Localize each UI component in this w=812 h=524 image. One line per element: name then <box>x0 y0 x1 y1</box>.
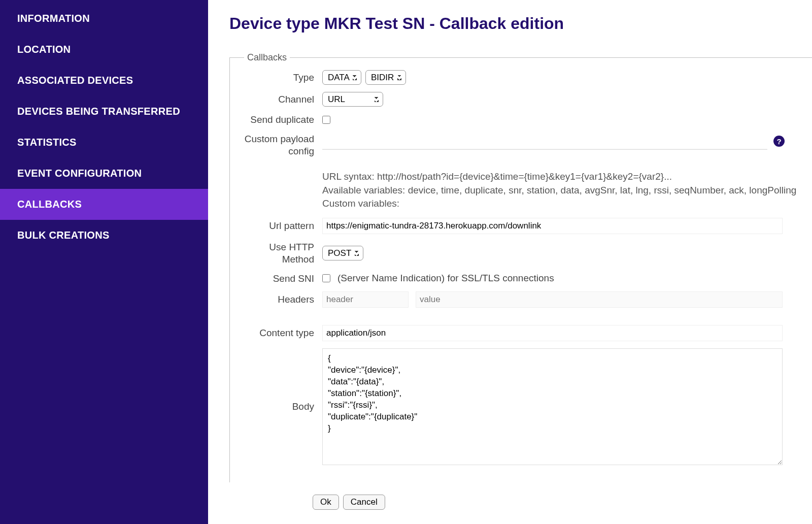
hint-line-2: Available variables: device, time, dupli… <box>322 184 803 198</box>
header-key-input[interactable] <box>322 291 409 308</box>
send-sni-label: Send SNI <box>239 273 322 285</box>
hint-line-3: Custom variables: <box>322 197 803 211</box>
body-textarea[interactable] <box>322 348 783 465</box>
send-duplicate-label: Send duplicate <box>239 114 322 126</box>
sidebar: INFORMATION LOCATION ASSOCIATED DEVICES … <box>0 0 208 524</box>
cancel-button[interactable]: Cancel <box>343 495 385 510</box>
sidebar-item-bulk-creations[interactable]: BULK CREATIONS <box>0 220 208 251</box>
content-type-label: Content type <box>239 327 322 339</box>
url-syntax-hint: URL syntax: http://host/path?id={device}… <box>322 170 803 211</box>
url-pattern-input[interactable] <box>322 218 783 234</box>
help-icon[interactable]: ? <box>773 136 785 147</box>
sidebar-item-statistics[interactable]: STATISTICS <box>0 127 208 158</box>
page-title: Device type MKR Test SN - Callback editi… <box>229 14 812 33</box>
callbacks-fieldset: Callbacks Type DATA BIDIR Channel URL <box>229 52 812 482</box>
type-sub-select[interactable]: BIDIR <box>365 70 406 85</box>
button-bar: Ok Cancel <box>313 495 812 510</box>
main-content: Device type MKR Test SN - Callback editi… <box>208 0 812 524</box>
type-label: Type <box>239 72 322 84</box>
sidebar-item-callbacks[interactable]: CALLBACKS <box>0 189 208 220</box>
channel-label: Channel <box>239 93 322 106</box>
http-method-label: Use HTTP Method <box>239 241 322 266</box>
custom-payload-label: Custom payload config <box>239 133 322 157</box>
headers-label: Headers <box>239 293 322 306</box>
sidebar-item-information[interactable]: INFORMATION <box>0 3 208 34</box>
fieldset-legend: Callbacks <box>244 52 290 63</box>
channel-select[interactable]: URL <box>322 92 383 107</box>
url-pattern-label: Url pattern <box>239 220 322 232</box>
content-type-input[interactable] <box>322 325 783 341</box>
header-value-input[interactable] <box>416 291 783 308</box>
hint-line-1: URL syntax: http://host/path?id={device}… <box>322 170 803 184</box>
type-select[interactable]: DATA <box>322 70 361 85</box>
custom-payload-input[interactable] <box>322 133 767 150</box>
http-method-select[interactable]: POST <box>322 246 363 260</box>
sidebar-item-event-configuration[interactable]: EVENT CONFIGURATION <box>0 158 208 189</box>
sidebar-item-devices-being-transferred[interactable]: DEVICES BEING TRANSFERRED <box>0 96 208 127</box>
send-sni-description: (Server Name Indication) for SSL/TLS con… <box>337 273 554 284</box>
send-sni-checkbox[interactable] <box>322 274 330 282</box>
ok-button[interactable]: Ok <box>313 495 339 510</box>
send-duplicate-checkbox[interactable] <box>322 116 330 124</box>
sidebar-item-associated-devices[interactable]: ASSOCIATED DEVICES <box>0 65 208 96</box>
sidebar-item-location[interactable]: LOCATION <box>0 34 208 65</box>
body-label: Body <box>239 401 322 413</box>
